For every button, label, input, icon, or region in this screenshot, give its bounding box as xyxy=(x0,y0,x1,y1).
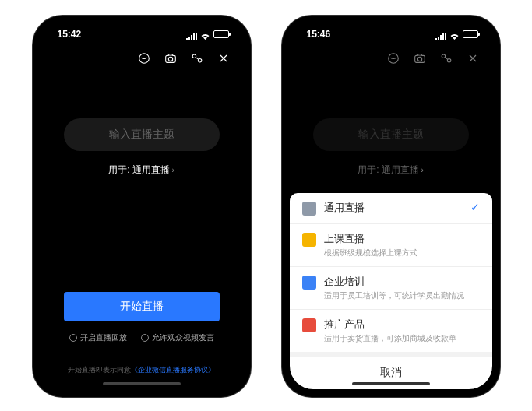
option-speak[interactable]: 允许观众视频发言 xyxy=(141,332,214,343)
sheet-item-text: 上课直播根据班级规模选择上课方式 xyxy=(324,232,480,258)
svg-point-4 xyxy=(198,58,202,62)
status-time: 15:46 xyxy=(307,29,331,40)
sheet-item-subtitle: 适用于卖货直播，可添加商城及收款单 xyxy=(324,333,480,344)
top-toolbar xyxy=(290,45,492,72)
purpose-prefix: 用于: xyxy=(358,163,379,177)
options-row: 开启直播回放 允许观众视频发言 xyxy=(64,332,220,343)
screen-left: 15:42 输入直播主题 用于: 通用直播 › 开始直播 开启 xyxy=(41,23,243,389)
status-indicators xyxy=(186,30,229,38)
sheet-item-0[interactable]: 通用直播✓ xyxy=(290,193,492,224)
check-icon: ✓ xyxy=(470,201,480,213)
wifi-icon xyxy=(449,31,460,38)
purpose-value: 通用直播 xyxy=(382,163,419,177)
agreement-link[interactable]: 《企业微信直播服务协议》 xyxy=(131,366,215,374)
sheet-item-title: 企业培训 xyxy=(324,275,480,289)
purpose-selector[interactable]: 用于: 通用直播 › xyxy=(358,163,424,177)
purpose-action-sheet: 通用直播✓上课直播根据班级规模选择上课方式企业培训适用于员工培训等，可统计学员出… xyxy=(290,193,492,389)
svg-point-7 xyxy=(417,57,421,61)
sheet-item-text: 推广产品适用于卖货直播，可添加商城及收款单 xyxy=(324,318,480,344)
top-area: 输入直播主题 用于: 通用直播 › xyxy=(290,72,492,177)
share-icon[interactable] xyxy=(439,51,453,65)
option-speak-label: 允许观众视频发言 xyxy=(152,332,214,343)
sheet-item-icon xyxy=(302,202,316,216)
notch xyxy=(344,23,438,40)
top-toolbar xyxy=(41,45,243,72)
share-icon[interactable] xyxy=(190,51,204,65)
sheet-item-2[interactable]: 企业培训适用于员工培训等，可统计学员出勤情况 xyxy=(290,267,492,310)
sheet-item-subtitle: 根据班级规模选择上课方式 xyxy=(324,248,480,258)
sheet-item-1[interactable]: 上课直播根据班级规模选择上课方式 xyxy=(290,224,492,267)
status-time: 15:42 xyxy=(58,29,82,40)
svg-point-9 xyxy=(447,58,451,62)
subject-input[interactable]: 输入直播主题 xyxy=(313,118,469,151)
home-indicator xyxy=(103,382,181,385)
camera-icon[interactable] xyxy=(413,51,427,65)
purpose-selector[interactable]: 用于: 通用直播 › xyxy=(108,163,174,177)
svg-point-2 xyxy=(168,57,172,61)
start-live-button[interactable]: 开始直播 xyxy=(64,292,220,321)
chevron-right-icon: › xyxy=(421,166,424,174)
sheet-item-icon xyxy=(302,233,316,247)
screen-right: 15:46 输入直播主题 用于: 通用直播 › 通用直播✓上课直播根据班级规模选… xyxy=(290,23,492,389)
battery-icon xyxy=(213,30,229,38)
top-area: 输入直播主题 用于: 通用直播 › xyxy=(41,72,243,177)
purpose-prefix: 用于: xyxy=(108,163,129,177)
home-indicator xyxy=(352,382,430,385)
phone-left: 15:42 输入直播主题 用于: 通用直播 › 开始直播 开启 xyxy=(33,16,251,397)
status-indicators xyxy=(435,30,478,38)
notch xyxy=(95,23,188,40)
svg-point-3 xyxy=(192,54,196,58)
sheet-item-text: 企业培训适用于员工培训等，可统计学员出勤情况 xyxy=(324,275,480,301)
beauty-icon[interactable] xyxy=(386,51,400,65)
sheet-item-icon xyxy=(302,318,316,332)
option-replay[interactable]: 开启直播回放 xyxy=(69,332,127,343)
close-icon[interactable] xyxy=(466,51,480,65)
sheet-item-subtitle: 适用于员工培训等，可统计学员出勤情况 xyxy=(324,290,480,301)
wifi-icon xyxy=(200,31,210,38)
svg-point-8 xyxy=(442,54,446,58)
camera-icon[interactable] xyxy=(164,51,178,65)
battery-icon xyxy=(463,30,478,38)
radio-icon xyxy=(69,334,77,342)
option-replay-label: 开启直播回放 xyxy=(80,332,127,343)
sheet-item-icon xyxy=(302,276,316,290)
agreement-text: 开始直播即表示同意《企业微信直播服务协议》 xyxy=(64,365,220,375)
sheet-item-3[interactable]: 推广产品适用于卖货直播，可添加商城及收款单 xyxy=(290,310,492,352)
subject-input[interactable]: 输入直播主题 xyxy=(64,118,220,151)
phone-right: 15:46 输入直播主题 用于: 通用直播 › 通用直播✓上课直播根据班级规模选… xyxy=(282,16,500,397)
chevron-right-icon: › xyxy=(172,166,174,174)
agreement-prefix: 开始直播即表示同意 xyxy=(68,366,131,374)
sheet-item-text: 通用直播 xyxy=(324,201,463,215)
sheet-item-title: 上课直播 xyxy=(324,232,480,246)
spacer xyxy=(41,177,243,292)
beauty-icon[interactable] xyxy=(137,51,151,65)
sheet-item-title: 通用直播 xyxy=(324,201,463,215)
purpose-value: 通用直播 xyxy=(132,163,170,177)
bottom-area: 开始直播 开启直播回放 允许观众视频发言 开始直播即表示同意《企业微信直播服务协… xyxy=(41,292,243,389)
sheet-item-title: 推广产品 xyxy=(324,318,480,332)
radio-icon xyxy=(141,334,149,342)
close-icon[interactable] xyxy=(217,51,231,65)
